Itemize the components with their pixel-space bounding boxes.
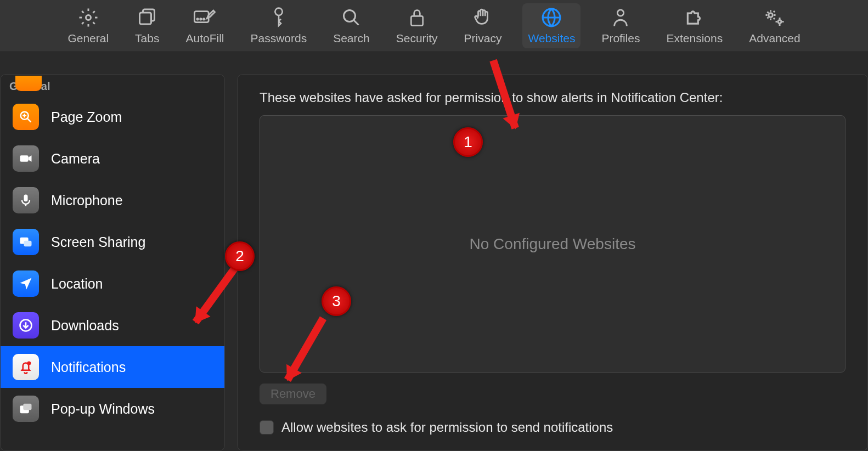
annotation-marker-2: 2 (225, 241, 255, 271)
toolbar-extensions[interactable]: Extensions (661, 3, 728, 48)
toolbar-advanced[interactable]: Advanced (743, 3, 805, 48)
svg-rect-17 (24, 241, 32, 247)
hand-icon (474, 7, 492, 29)
gear-icon (78, 7, 98, 29)
toolbar-label: Privacy (464, 32, 502, 45)
sidebar-item-label: Downloads (51, 318, 119, 334)
svg-point-5 (204, 19, 205, 20)
location-icon (13, 270, 39, 297)
websites-listbox[interactable]: No Configured Websites (260, 115, 846, 373)
svg-point-10 (618, 10, 624, 16)
lock-icon (408, 7, 426, 29)
sidebar-item-downloads[interactable]: Downloads (1, 305, 224, 346)
sidebar-item-page-zoom[interactable]: Page Zoom (1, 96, 224, 138)
puzzle-icon (684, 7, 705, 29)
annotation-marker-3: 3 (322, 286, 351, 316)
allow-notifications-checkbox[interactable] (260, 420, 274, 435)
sidebar-item-label: Camera (51, 151, 100, 167)
svg-rect-8 (411, 16, 422, 25)
sidebar-item-location[interactable]: Location (1, 263, 224, 305)
toolbar-passwords[interactable]: Passwords (245, 3, 312, 48)
toolbar-label: Security (396, 32, 438, 45)
toolbar-label: Search (333, 32, 370, 45)
allow-notifications-label: Allow websites to ask for permission to … (281, 420, 613, 435)
tabs-icon (137, 7, 157, 29)
globe-icon (541, 7, 562, 29)
svg-point-12 (778, 20, 781, 24)
svg-point-4 (200, 19, 201, 20)
pencil-icon (194, 7, 216, 29)
svg-point-11 (769, 13, 773, 18)
gears-icon (763, 7, 786, 29)
zoom-icon (13, 104, 39, 130)
toolbar-label: Advanced (749, 32, 800, 45)
bell-icon (13, 354, 39, 380)
main-description: These websites have asked for permission… (260, 90, 846, 105)
sidebar-item-label: Microphone (51, 193, 123, 208)
toolbar-general[interactable]: General (62, 3, 114, 48)
sidebar-item-label: Page Zoom (51, 109, 122, 125)
sidebar-item-label: Screen Sharing (51, 234, 145, 250)
sidebar-item-popups[interactable]: Pop-up Windows (1, 388, 224, 430)
screen-sharing-icon (13, 229, 39, 255)
sidebar-item-label: Location (51, 276, 103, 292)
sidebar-item-notifications[interactable]: Notifications (1, 346, 224, 388)
preferences-toolbar: General Tabs AutoFill Passwords Search S… (0, 0, 868, 52)
empty-state-text: No Configured Websites (470, 235, 636, 253)
svg-rect-2 (195, 12, 209, 22)
sidebar-item-microphone[interactable]: Microphone (1, 179, 224, 221)
toolbar-label: AutoFill (185, 32, 224, 45)
toolbar-label: Extensions (666, 32, 723, 45)
svg-rect-14 (20, 155, 29, 162)
svg-point-0 (86, 15, 91, 20)
sidebar: General Page Zoom Camera Microphone Scre… (0, 74, 225, 451)
svg-point-3 (197, 19, 198, 20)
sidebar-item-camera[interactable]: Camera (1, 138, 224, 179)
microphone-icon (13, 187, 39, 213)
svg-point-7 (344, 10, 356, 22)
toolbar-label: Tabs (135, 32, 159, 45)
remove-button[interactable]: Remove (260, 384, 326, 404)
toolbar-search[interactable]: Search (328, 3, 375, 48)
toolbar-tabs[interactable]: Tabs (129, 3, 165, 48)
camera-icon (13, 145, 39, 172)
toolbar-label: Passwords (250, 32, 307, 45)
person-icon (611, 7, 630, 29)
main-panel: These websites have asked for permission… (237, 74, 868, 451)
search-icon (341, 7, 361, 29)
popup-icon (13, 396, 39, 422)
toolbar-security[interactable]: Security (391, 3, 443, 48)
toolbar-label: General (67, 32, 109, 45)
toolbar-label: Profiles (601, 32, 640, 45)
toolbar-label: Websites (528, 32, 575, 45)
toolbar-privacy[interactable]: Privacy (459, 3, 508, 48)
sidebar-item-screen-sharing[interactable]: Screen Sharing (1, 221, 224, 263)
sidebar-item-label: Notifications (51, 359, 126, 375)
svg-rect-15 (24, 195, 28, 202)
svg-rect-21 (23, 404, 31, 410)
svg-point-6 (275, 8, 282, 15)
key-icon (270, 7, 288, 29)
toolbar-websites[interactable]: Websites (522, 3, 580, 48)
toolbar-profiles[interactable]: Profiles (596, 3, 645, 48)
annotation-marker-1: 1 (453, 127, 483, 157)
sidebar-item-label: Pop-up Windows (51, 401, 155, 417)
downloads-icon (13, 312, 39, 339)
svg-point-19 (27, 362, 31, 365)
sidebar-item-peek (15, 76, 42, 91)
svg-rect-1 (140, 13, 151, 24)
toolbar-autofill[interactable]: AutoFill (180, 3, 229, 48)
